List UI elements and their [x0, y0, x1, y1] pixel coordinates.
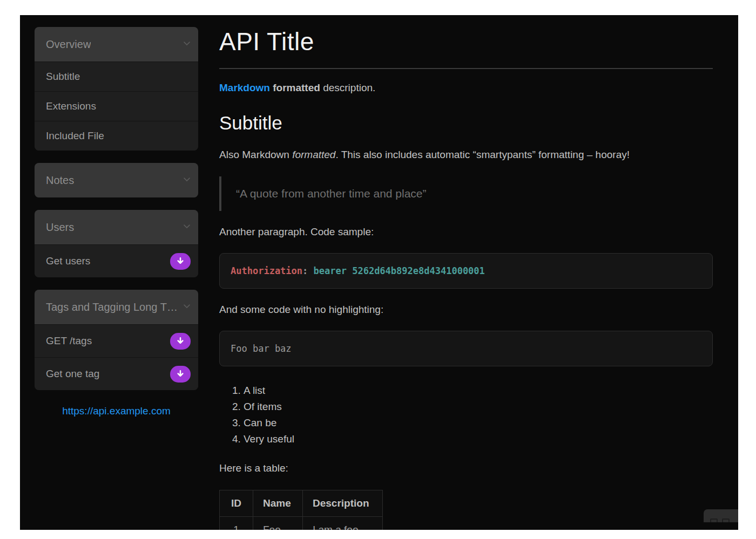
- table-header-row: ID Name Description: [220, 490, 383, 517]
- section-title-subtitle: Subtitle: [219, 112, 713, 134]
- sidebar-item-label: Get one tag: [46, 368, 99, 380]
- table-row: 1 Foo I am a foo.: [220, 517, 383, 530]
- sidebar-item-get-users[interactable]: Get users: [35, 244, 198, 277]
- list-item: A list: [244, 383, 713, 399]
- description-bold: formatted: [273, 82, 320, 93]
- sidebar-item-extensions[interactable]: Extensions: [35, 91, 198, 121]
- window-icon: [710, 518, 718, 522]
- nav-group-header-notes[interactable]: Notes: [35, 163, 198, 197]
- down-arrow-icon: [176, 369, 185, 379]
- nav-group-title: Users: [46, 221, 74, 234]
- list-item: Very useful: [244, 431, 713, 447]
- code-block-highlighted: Authorization: bearer 5262d64b892e8d4341…: [219, 253, 713, 289]
- nav-group-title: Overview: [46, 38, 91, 51]
- sidebar-item-label: Extensions: [46, 100, 96, 112]
- nav-group-title: Notes: [46, 174, 74, 187]
- method-badge-button[interactable]: [170, 253, 191, 270]
- nav-group-tags: Tags and Tagging Long T… GET /tags Get o…: [35, 290, 198, 390]
- nav-group-header-users[interactable]: Users: [35, 210, 198, 244]
- table-cell-description: I am a foo.: [303, 517, 383, 530]
- sidebar: Overview Subtitle Extensions Included Fi…: [35, 27, 198, 417]
- chevron-down-icon: [183, 176, 191, 183]
- table-cell-name: Foo: [253, 517, 303, 530]
- list-item: Of items: [244, 399, 713, 415]
- code-token-value: bearer 5262d64b892e8d4341000001: [314, 265, 485, 276]
- chevron-down-icon: [183, 303, 191, 310]
- table-cell-id: 1: [220, 517, 253, 530]
- api-docs-app: Overview Subtitle Extensions Included Fi…: [20, 15, 738, 530]
- api-description: Markdown formatted description.: [219, 81, 713, 95]
- method-badge-button[interactable]: [170, 366, 191, 383]
- page-title: API Title: [219, 27, 713, 56]
- window-icon: [722, 518, 730, 522]
- chevron-down-icon: [183, 40, 191, 47]
- code-block-plain: Foo bar baz: [219, 331, 713, 366]
- sidebar-item-subtitle[interactable]: Subtitle: [35, 62, 198, 91]
- code-token-separator: :: [302, 265, 313, 276]
- method-badge-button[interactable]: [170, 333, 191, 350]
- quote-text: “A quote from another time and place”: [236, 187, 427, 200]
- markdown-paragraph: Also Markdown formatted. This also inclu…: [219, 148, 713, 162]
- table-intro: Here is a table:: [219, 461, 713, 475]
- nav-group-header-overview[interactable]: Overview: [35, 27, 198, 62]
- data-table: ID Name Description 1 Foo I am a foo.: [219, 490, 383, 530]
- nav-group-notes: Notes: [35, 163, 198, 197]
- nav-group-overview: Overview Subtitle Extensions Included Fi…: [35, 27, 198, 151]
- code-token-key: Authorization: [231, 265, 302, 276]
- plain-code-intro: And some code with no highlighting:: [219, 303, 713, 317]
- sidebar-item-label: Included File: [46, 130, 104, 142]
- sidebar-item-label: Subtitle: [46, 71, 80, 83]
- markdown-link[interactable]: Markdown: [219, 82, 270, 93]
- table-header-name: Name: [253, 490, 303, 517]
- italic-text: formatted: [292, 149, 335, 160]
- ordered-list: A list Of items Can be Very useful: [219, 383, 713, 447]
- description-text: description.: [323, 82, 375, 93]
- nav-group-title: Tags and Tagging Long T…: [46, 301, 178, 313]
- chevron-down-icon: [183, 223, 191, 230]
- nav-group-users: Users Get users: [35, 210, 198, 277]
- table-header-id: ID: [220, 490, 253, 517]
- corner-overlay-button[interactable]: [704, 509, 738, 522]
- down-arrow-icon: [176, 336, 185, 346]
- sidebar-item-included-file[interactable]: Included File: [35, 121, 198, 151]
- list-item: Can be: [244, 415, 713, 431]
- title-divider: [219, 68, 713, 69]
- blockquote: “A quote from another time and place”: [219, 176, 713, 211]
- sidebar-item-get-one-tag[interactable]: Get one tag: [35, 357, 198, 390]
- down-arrow-icon: [176, 256, 185, 266]
- api-host-link[interactable]: https://api.example.com: [35, 405, 198, 417]
- sidebar-item-get-tags[interactable]: GET /tags: [35, 324, 198, 357]
- sidebar-item-label: Get users: [46, 255, 90, 267]
- code-sample-intro: Another paragraph. Code sample:: [219, 225, 713, 239]
- sidebar-item-label: GET /tags: [46, 335, 92, 347]
- table-header-description: Description: [303, 490, 383, 517]
- nav-group-header-tags[interactable]: Tags and Tagging Long T…: [35, 290, 198, 324]
- main-content: API Title Markdown formatted description…: [219, 15, 713, 530]
